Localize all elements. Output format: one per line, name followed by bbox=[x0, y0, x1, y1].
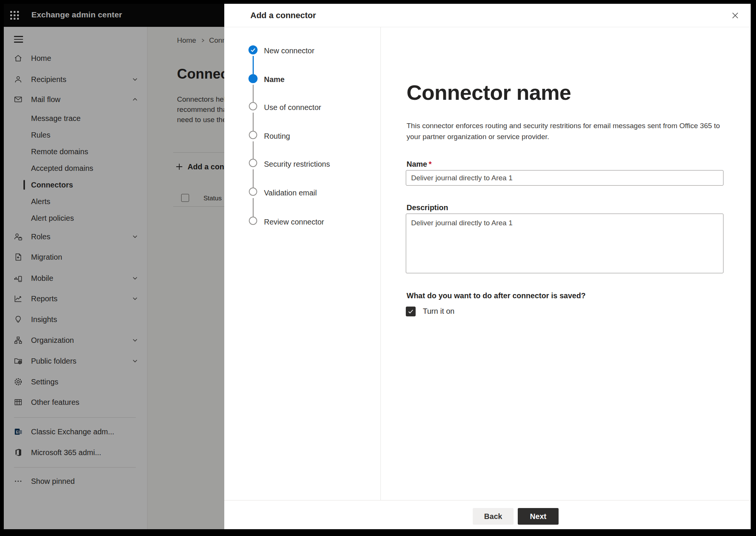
wizard-step-review-connector[interactable]: Review connector bbox=[224, 217, 381, 227]
step-circle-todo bbox=[249, 102, 257, 110]
step-circle-todo bbox=[249, 217, 257, 225]
turn-it-on-row: Turn it on bbox=[406, 306, 455, 316]
dialog-header: Add a connector bbox=[224, 4, 751, 27]
description-textarea[interactable]: Deliver journal directly to Area 1 bbox=[406, 214, 723, 273]
dialog-footer: Back Next bbox=[224, 500, 751, 529]
step-label: Review connector bbox=[264, 218, 324, 226]
description-field-label: Description bbox=[407, 203, 448, 212]
step-connector-line bbox=[253, 113, 254, 131]
step-circle-todo bbox=[249, 187, 257, 196]
wizard-step-routing[interactable]: Routing bbox=[224, 131, 381, 141]
add-connector-dialog: Add a connector New connector Name Use o… bbox=[224, 4, 751, 529]
step-label: Security restrictions bbox=[264, 160, 330, 169]
wizard-page-description: This connector enforces routing and secu… bbox=[407, 120, 720, 142]
wizard-page: Connector name This connector enforces r… bbox=[381, 27, 751, 500]
screen: Exchange admin center HomeRecipientsMail… bbox=[0, 0, 756, 536]
checkmark-icon bbox=[250, 46, 256, 53]
step-connector-line bbox=[253, 169, 254, 187]
step-circle-done bbox=[248, 45, 258, 54]
next-button[interactable]: Next bbox=[518, 508, 559, 525]
close-icon[interactable] bbox=[729, 9, 742, 22]
step-connector-line bbox=[253, 198, 254, 217]
wizard-page-title: Connector name bbox=[407, 80, 571, 105]
wizard-step-use-of-connector[interactable]: Use of connector bbox=[224, 102, 381, 113]
wizard-step-validation-email[interactable]: Validation email bbox=[224, 187, 381, 198]
back-button[interactable]: Back bbox=[473, 508, 514, 525]
turn-it-on-label: Turn it on bbox=[423, 307, 455, 316]
step-circle-todo bbox=[249, 131, 257, 139]
wizard-steps-panel: New connector Name Use of connector Rout… bbox=[224, 27, 381, 500]
required-marker: * bbox=[428, 160, 432, 168]
turn-it-on-checkbox[interactable] bbox=[406, 307, 416, 316]
step-label: Routing bbox=[264, 132, 290, 141]
checkmark-icon bbox=[407, 308, 414, 315]
dialog-title: Add a connector bbox=[250, 11, 316, 20]
step-label: Validation email bbox=[264, 189, 317, 197]
wizard-step-name[interactable]: Name bbox=[224, 74, 381, 85]
step-label: Use of connector bbox=[264, 103, 321, 112]
step-circle-current bbox=[248, 74, 258, 83]
name-field-label: Name* bbox=[407, 160, 432, 169]
name-input[interactable] bbox=[406, 170, 723, 186]
wizard-step-security-restrictions[interactable]: Security restrictions bbox=[224, 159, 381, 169]
step-label: Name bbox=[264, 75, 284, 84]
after-save-question: What do you want to do after connector i… bbox=[407, 291, 585, 300]
step-circle-todo bbox=[249, 159, 257, 167]
step-connector-line bbox=[253, 85, 254, 102]
wizard-step-new-connector[interactable]: New connector bbox=[224, 45, 381, 56]
step-connector-line bbox=[253, 141, 254, 159]
step-connector-line bbox=[253, 56, 254, 74]
step-label: New connector bbox=[264, 46, 314, 55]
